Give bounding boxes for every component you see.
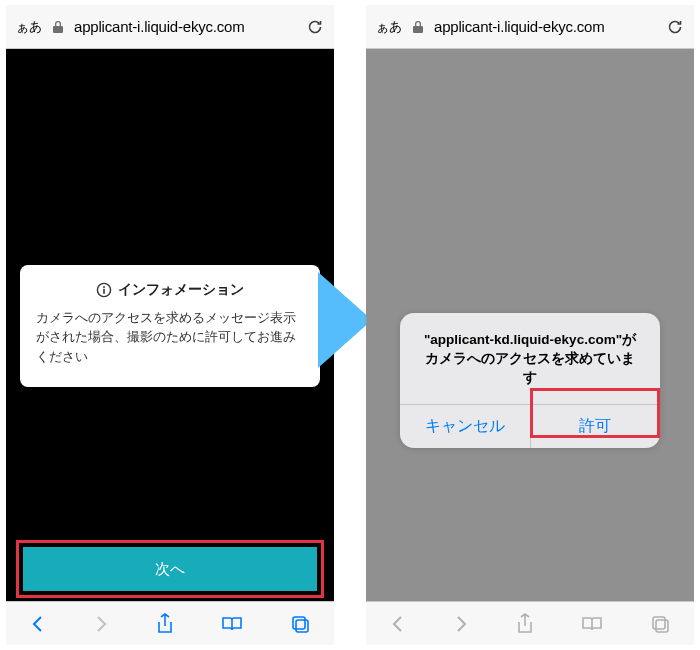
reload-icon[interactable] (306, 18, 324, 36)
forward-icon (453, 614, 469, 634)
safari-topbar: ぁあ applicant-i.liquid-ekyc.com (366, 5, 694, 49)
alert-message: "applicant-kd.liquid-ekyc.com"がカメラへのアクセス… (400, 313, 660, 404)
forward-icon (93, 614, 109, 634)
allow-button[interactable]: 許可 (531, 405, 661, 448)
page-viewport: インフォメーション カメラへのアクセスを求めるメッセージ表示がされた場合、撮影の… (6, 49, 334, 601)
share-icon (516, 613, 534, 635)
lock-icon (412, 20, 424, 34)
text-size-control[interactable]: ぁあ (376, 18, 402, 36)
highlight-frame-next: 次へ (16, 540, 324, 598)
info-title-row: インフォメーション (36, 281, 304, 299)
bookmarks-icon[interactable] (221, 615, 243, 633)
lock-icon (52, 20, 64, 34)
next-button[interactable]: 次へ (23, 547, 317, 591)
bookmarks-icon (581, 615, 603, 633)
svg-rect-4 (296, 620, 308, 632)
info-card: インフォメーション カメラへのアクセスを求めるメッセージ表示がされた場合、撮影の… (20, 265, 320, 387)
safari-topbar: ぁあ applicant-i.liquid-ekyc.com (6, 5, 334, 49)
phone-right: ぁあ applicant-i.liquid-ekyc.com "applican… (366, 5, 694, 645)
flow-arrow-icon (318, 272, 372, 368)
share-icon[interactable] (156, 613, 174, 635)
tabs-icon (650, 614, 670, 634)
svg-rect-3 (293, 617, 305, 629)
url-text: applicant-i.liquid-ekyc.com (434, 18, 605, 35)
info-icon (96, 282, 112, 298)
svg-point-1 (103, 286, 105, 288)
cancel-button[interactable]: キャンセル (400, 405, 531, 448)
svg-rect-6 (656, 620, 668, 632)
svg-rect-2 (103, 289, 105, 294)
back-icon (390, 614, 406, 634)
url-text: applicant-i.liquid-ekyc.com (74, 18, 245, 35)
info-body: カメラへのアクセスを求めるメッセージ表示がされた場合、撮影のために許可してお進み… (36, 309, 304, 367)
phone-left: ぁあ applicant-i.liquid-ekyc.com インフォメーション… (6, 5, 334, 645)
back-icon[interactable] (30, 614, 46, 634)
info-title-text: インフォメーション (118, 281, 244, 299)
alert-buttons: キャンセル 許可 (400, 404, 660, 448)
tabs-icon[interactable] (290, 614, 310, 634)
permission-alert: "applicant-kd.liquid-ekyc.com"がカメラへのアクセス… (400, 313, 660, 448)
reload-icon[interactable] (666, 18, 684, 36)
page-viewport: "applicant-kd.liquid-ekyc.com"がカメラへのアクセス… (366, 49, 694, 601)
text-size-control[interactable]: ぁあ (16, 18, 42, 36)
safari-bottombar (6, 601, 334, 645)
svg-rect-5 (653, 617, 665, 629)
safari-bottombar (366, 601, 694, 645)
